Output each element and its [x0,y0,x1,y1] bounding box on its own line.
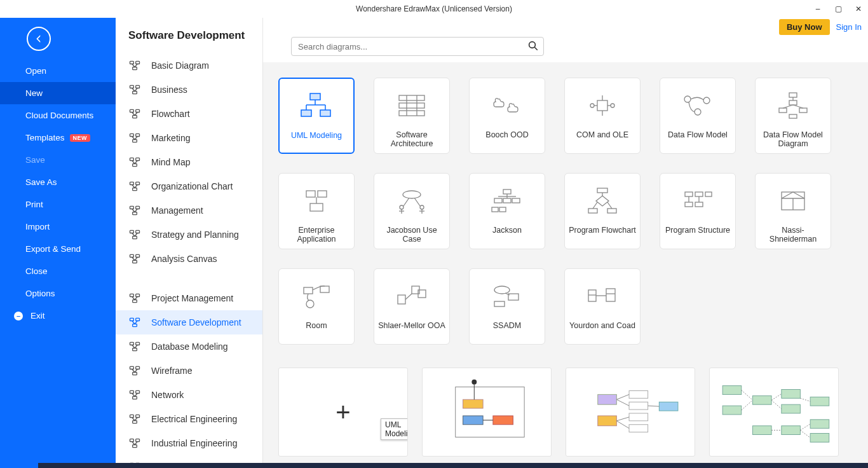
svg-rect-95 [399,103,424,108]
svg-rect-146 [695,192,703,196]
sidebar-item-import[interactable]: Import [0,216,116,238]
search-input[interactable] [291,37,544,56]
tile-label: Software Architecture [378,130,445,148]
buy-now-button[interactable]: Buy Now [779,19,830,35]
sidebar-item-open[interactable]: Open [0,60,116,82]
svg-line-9 [135,88,137,92]
tile-label: Program Flowchart [569,226,636,235]
category-basic-diagram[interactable]: Basic Diagram [116,53,262,78]
svg-rect-50 [130,318,134,320]
maximize-button[interactable]: ▢ [834,4,843,13]
tile-nassi-shneiderman[interactable]: Nassi-Shneiderman [755,173,831,249]
svg-line-86 [534,47,538,50]
category-organizational-chart[interactable]: Organizational Chart [116,174,262,198]
example-thumbnail-2[interactable] [566,368,695,457]
tile-room[interactable]: Room [278,268,355,345]
category-label: Management [151,205,203,216]
svg-line-48 [132,297,135,300]
category-icon [128,437,141,450]
close-button[interactable]: ✕ [854,4,863,13]
svg-line-8 [132,88,135,92]
example-thumbnail-3[interactable] [709,368,839,457]
svg-line-128 [403,198,409,206]
sidebar-item-export-send[interactable]: Export & Send [0,238,116,260]
category-marketing[interactable]: Marketing [116,126,262,150]
svg-rect-65 [130,390,134,393]
tile-shlaer-mellor-ooa[interactable]: Shlaer-Mellor OOA [374,268,450,345]
svg-rect-111 [779,108,787,113]
svg-rect-200 [810,420,829,429]
category-sidebar: Software Development Basic DiagramBusine… [116,18,263,468]
svg-line-58 [132,345,135,348]
sidebar-item-print[interactable]: Print [0,193,116,216]
minimize-button[interactable]: – [813,4,822,13]
category-wireframe[interactable]: Wireframe [116,359,262,383]
tile-data-flow-model[interactable]: Data Flow Model [660,78,736,154]
tile-uml-modeling[interactable]: UML Modeling [278,78,355,154]
sidebar-item-save[interactable]: Save [0,149,116,171]
category-project-management[interactable]: Project Management [116,286,262,310]
category-mind-map[interactable]: Mind Map [116,150,262,174]
svg-line-144 [607,202,612,209]
tile-enterprise-application[interactable]: Enterprise Application [278,173,355,249]
sidebar-item-templates[interactable]: TemplatesNEW [0,127,116,149]
category-electrical-engineering[interactable]: Electrical Engineering [116,407,262,431]
new-blank-example[interactable]: + UML Modeling [278,368,408,457]
category-industrial-engineering[interactable]: Industrial Engineering [116,431,262,455]
sidebar-item-options[interactable]: Options [0,282,116,305]
category-analysis-canvas[interactable]: Analysis Canvas [116,247,262,271]
tile-label: Jackson [492,226,522,235]
category-software-development[interactable]: Software Development [116,310,262,334]
category-icon [128,316,141,329]
tile-program-structure[interactable]: Program Structure [660,173,736,249]
tile-program-flowchart[interactable]: Program Flowchart [564,173,641,249]
category-database-modeling[interactable]: Database Modeling [116,334,262,359]
svg-line-18 [132,137,135,140]
sidebar-item-save-as[interactable]: Save As [0,171,116,193]
tile-jacobson-use-case[interactable]: Jacobson Use Case [374,173,450,249]
svg-rect-176 [493,416,513,425]
svg-rect-112 [799,108,807,113]
tile-booch-ood[interactable]: Booch OOD [469,78,545,154]
svg-line-74 [135,418,137,421]
tile-icon [583,185,621,217]
sidebar-item-label: Save [25,155,45,165]
svg-rect-110 [789,100,797,105]
category-label: Industrial Engineering [151,438,237,448]
tile-icon [297,90,336,122]
tile-icon [774,90,812,121]
svg-rect-174 [463,399,484,408]
svg-point-101 [611,104,614,107]
category-strategy-and-planning[interactable]: Strategy and Planning [116,223,262,247]
tile-jackson[interactable]: Jackson [469,173,545,249]
svg-rect-15 [130,134,134,136]
category-flowchart[interactable]: Flowchart [116,102,262,126]
search-icon[interactable] [527,40,539,52]
example-thumbnail-1[interactable] [422,368,552,457]
sidebar-item-cloud-documents[interactable]: Cloud Documents [0,104,116,127]
tile-data-flow-model-diagram[interactable]: Data Flow Model Diagram [755,78,831,154]
category-label: Software Development [151,317,241,327]
category-business[interactable]: Business [116,78,262,102]
tile-com-and-ole[interactable]: COM and OLE [564,78,641,154]
category-label: Business [151,85,187,95]
tile-yourdon-and-coad[interactable]: Yourdon and Coad [564,268,641,345]
sidebar-item-close[interactable]: Close [0,260,116,282]
sidebar-item-new[interactable]: New [0,82,116,104]
svg-rect-10 [130,109,134,112]
svg-line-44 [135,258,137,261]
category-management[interactable]: Management [116,198,262,223]
tile-software-architecture[interactable]: Software Architecture [374,78,450,154]
category-icon [128,83,141,96]
svg-rect-7 [133,92,137,94]
tile-ssadm[interactable]: SSADM [469,268,545,345]
tooltip: UML Modeling [381,418,408,440]
category-icon [128,132,141,144]
sidebar-item-exit[interactable]: –Exit [0,305,116,327]
svg-line-24 [135,161,137,164]
sign-in-link[interactable]: Sign In [836,22,862,32]
back-button[interactable] [27,27,51,51]
category-network[interactable]: Network [116,383,262,407]
tile-icon [297,185,336,217]
exit-icon: – [14,312,23,320]
